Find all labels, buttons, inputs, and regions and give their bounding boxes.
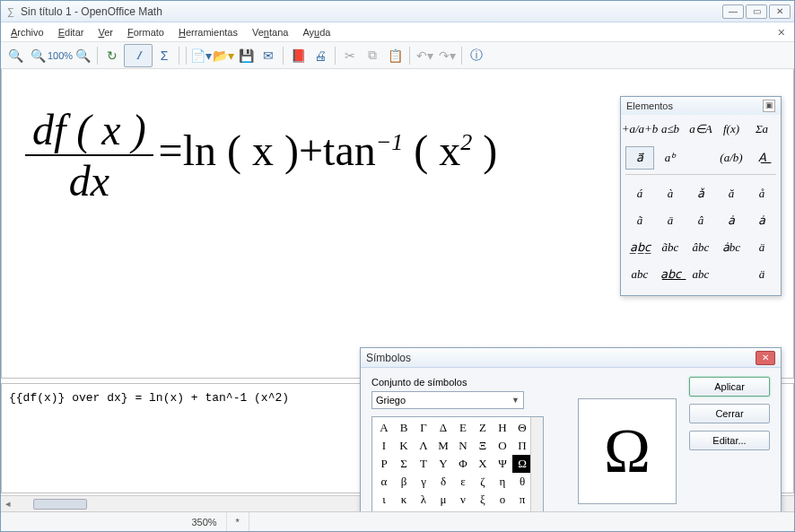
symbol-cell[interactable]: β xyxy=(394,473,414,491)
menu-ayuda[interactable]: Ayuda xyxy=(296,25,336,39)
symbol-cell[interactable]: Γ xyxy=(414,419,433,437)
symbol-cell[interactable]: Ξ xyxy=(473,437,493,455)
cat-operators[interactable]: Σa xyxy=(747,118,776,141)
symbol-cell[interactable]: Μ xyxy=(433,437,453,455)
symbol-cell[interactable]: Ρ xyxy=(374,455,394,473)
symbol-cell[interactable]: η xyxy=(493,473,512,491)
attr-dddot[interactable]: ä xyxy=(747,263,776,286)
redo-icon[interactable]: ↷▾ xyxy=(436,45,458,66)
symbol-cell[interactable]: λ xyxy=(414,491,433,509)
symbol-cell[interactable]: ς xyxy=(414,509,433,511)
menu-herramientas[interactable]: Herramientas xyxy=(172,25,244,39)
paste-icon[interactable]: 📋 xyxy=(384,45,406,66)
symbol-cell[interactable]: Χ xyxy=(473,455,493,473)
symbol-cell[interactable]: Η xyxy=(493,419,512,437)
symbol-cell[interactable]: Κ xyxy=(394,437,414,455)
symbol-cell[interactable]: Ψ xyxy=(493,455,512,473)
new-icon[interactable]: 📄▾ xyxy=(190,45,212,66)
undo-icon[interactable]: ↶▾ xyxy=(414,45,435,66)
cut-icon[interactable]: ✂ xyxy=(339,45,361,66)
symbol-cell[interactable]: σ xyxy=(394,509,414,511)
attr-ddot[interactable]: ȧ xyxy=(747,209,776,232)
attr-blank[interactable] xyxy=(717,263,746,286)
symbol-cell[interactable]: φ xyxy=(473,509,493,511)
symbol-cell[interactable]: Ε xyxy=(453,419,473,437)
symbol-cell[interactable]: ψ xyxy=(512,509,532,511)
scrollbar-thumb[interactable] xyxy=(33,499,87,510)
attr-grave[interactable]: à xyxy=(656,182,685,205)
attr-acute[interactable]: á xyxy=(625,182,654,205)
zoom-in-icon[interactable]: 🔍 xyxy=(4,45,26,66)
symbol-cell[interactable]: π xyxy=(512,491,532,509)
menu-archivo[interactable]: Archivo xyxy=(4,25,50,39)
symbol-cell[interactable]: ο xyxy=(493,491,512,509)
zoom-fit-icon[interactable]: 🔍 xyxy=(72,45,93,66)
attr-tilde[interactable]: ã xyxy=(625,209,654,232)
save-icon[interactable]: 💾 xyxy=(235,45,257,66)
symbol-cell[interactable]: μ xyxy=(433,491,453,509)
symbol-cell[interactable]: α xyxy=(374,473,394,491)
attr-overline[interactable]: abc xyxy=(625,263,654,286)
symbol-cell[interactable]: Φ xyxy=(453,455,473,473)
symbols-scrollbar[interactable] xyxy=(530,417,543,511)
symbol-cell[interactable]: Β xyxy=(394,419,414,437)
symbol-cell[interactable]: τ xyxy=(433,509,453,511)
symbol-cell[interactable]: Ν xyxy=(453,437,473,455)
symbol-cell[interactable]: Τ xyxy=(414,455,433,473)
menu-editar[interactable]: Editar xyxy=(52,25,91,39)
minimize-button[interactable]: — xyxy=(722,4,744,19)
help-icon[interactable]: ⓘ xyxy=(466,45,487,66)
cat-attributes[interactable]: a⃗ xyxy=(625,146,654,170)
copy-icon[interactable]: ⧉ xyxy=(362,45,383,66)
symbol-cell[interactable]: Ω xyxy=(512,455,532,473)
attr-widedot[interactable]: ȧbc xyxy=(717,236,746,259)
menu-ver[interactable]: Ver xyxy=(92,25,119,39)
symbol-cell[interactable]: ι xyxy=(374,491,394,509)
symbol-cell[interactable]: ε xyxy=(453,473,473,491)
symbol-cell[interactable]: δ xyxy=(433,473,453,491)
cat-relations[interactable]: a≤b xyxy=(656,118,685,141)
symbol-cell[interactable]: ξ xyxy=(473,491,493,509)
attr-bar[interactable]: ā xyxy=(656,209,685,232)
sigma-icon[interactable]: Σ xyxy=(153,45,175,66)
symbol-cell[interactable]: ζ xyxy=(473,473,493,491)
pdf-icon[interactable]: 📕 xyxy=(287,45,309,66)
attr-breve[interactable]: ă xyxy=(717,182,746,205)
zoom-out-icon[interactable]: 🔍 xyxy=(27,45,48,66)
menu-formato[interactable]: Formato xyxy=(121,25,170,39)
menu-ventana[interactable]: Ventana xyxy=(246,25,294,39)
attr-check[interactable]: ǎ xyxy=(686,182,715,205)
maximize-button[interactable]: ▭ xyxy=(746,4,767,19)
symbol-cell[interactable]: Α xyxy=(374,419,394,437)
elements-panel-titlebar[interactable]: Elementos ▣ xyxy=(621,97,781,115)
attr-widehat[interactable]: âbc xyxy=(686,236,715,259)
symbol-cell[interactable]: Λ xyxy=(414,437,433,455)
cat-formats[interactable]: A͟ xyxy=(747,146,776,170)
symbol-cell[interactable]: Ι xyxy=(374,437,394,455)
symbol-cell[interactable]: Θ xyxy=(512,419,532,437)
elements-panel-close-icon[interactable]: ▣ xyxy=(763,100,775,112)
document-close-icon[interactable]: × xyxy=(773,25,791,39)
cat-unary[interactable]: +a/a+b xyxy=(625,118,654,141)
symbol-cell[interactable]: γ xyxy=(414,473,433,491)
symbol-cell[interactable]: Ζ xyxy=(473,419,493,437)
print-icon[interactable]: 🖨 xyxy=(310,45,331,66)
mail-icon[interactable]: ✉ xyxy=(258,45,279,66)
edit-button[interactable]: Editar... xyxy=(689,431,770,450)
close-dialog-button[interactable]: Cerrar xyxy=(689,404,770,423)
open-icon[interactable]: 📂▾ xyxy=(213,45,234,66)
symbol-cell[interactable]: κ xyxy=(394,491,414,509)
symbol-cell[interactable]: Υ xyxy=(433,455,453,473)
attr-widetilde[interactable]: ãbc xyxy=(656,236,685,259)
formula-cursor-icon[interactable]: 𝐼 xyxy=(124,44,153,67)
symbol-cell[interactable]: υ xyxy=(453,509,473,511)
symbol-cell[interactable]: θ xyxy=(512,473,532,491)
symbol-cell[interactable]: ρ xyxy=(374,509,394,511)
cat-functions[interactable]: f(x) xyxy=(717,118,746,141)
attr-circle[interactable]: å xyxy=(747,182,776,205)
symbol-cell[interactable]: Ο xyxy=(493,437,512,455)
cat-brackets[interactable]: (a/b) xyxy=(717,146,746,170)
symbol-cell[interactable]: Σ xyxy=(394,455,414,473)
cat-empty[interactable] xyxy=(686,146,715,170)
symbols-titlebar[interactable]: Símbolos ✕ xyxy=(361,348,781,368)
